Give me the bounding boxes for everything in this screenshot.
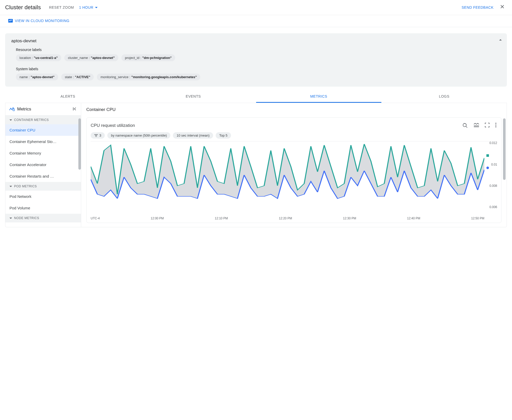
legend-marker-circle (486, 167, 489, 169)
reset-zoom-button[interactable]: RESET ZOOM (49, 5, 74, 9)
chevron-down-icon (95, 7, 98, 8)
collapse-card-button[interactable] (499, 37, 502, 41)
filter-count: 3 (99, 134, 101, 137)
sidebar-scrollbar[interactable] (78, 118, 81, 170)
tab-metrics[interactable]: METRICS (256, 91, 382, 103)
chart-title: CPU request utilization (91, 123, 462, 128)
fullscreen-icon (485, 123, 489, 127)
svg-line-7 (466, 126, 467, 128)
time-range-label: 1 HOUR (79, 5, 93, 9)
chevron-down-icon (9, 119, 12, 121)
resource-labels-title: Resource labels (16, 48, 501, 52)
label-chip: location : "us-central1-a" (16, 54, 61, 61)
group-label: NODE METRICS (14, 216, 39, 220)
send-feedback-button[interactable]: SEND FEEDBACK (462, 5, 494, 9)
tabs: ALERTS EVENTS METRICS LOGS (5, 91, 507, 103)
svg-line-4 (14, 111, 15, 111)
sidebar-group-node[interactable]: NODE METRICS (5, 214, 81, 222)
y-tick: 0.01 (491, 163, 497, 166)
sidebar-item-container-cpu[interactable]: Container CPU (5, 124, 81, 136)
sidebar-item-container-ephemeral[interactable]: Container Ephemeral Sto… (5, 136, 81, 147)
svg-point-11 (495, 125, 496, 126)
label-chip: cluster_name : "aptos-devnet" (64, 54, 118, 61)
legend-icon (474, 123, 479, 127)
group-label: CONTAINER METRICS (14, 118, 49, 122)
line-chart[interactable] (91, 143, 484, 207)
topbar: Cluster details RESET ZOOM 1 HOUR SEND F… (0, 0, 512, 15)
y-tick: 0.012 (489, 141, 497, 145)
system-labels-title: System labels (16, 67, 501, 71)
group-label: POD METRICS (14, 185, 37, 188)
svg-point-10 (495, 123, 496, 124)
metrics-icon (9, 107, 15, 111)
cluster-details-card: aptos-devnet Resource labels location : … (5, 33, 507, 87)
metrics-header: Metrics (5, 103, 81, 116)
groupby-chip[interactable]: by namespace name (50th percentile) (107, 132, 170, 139)
x-tz: UTC-4 (91, 217, 100, 220)
view-in-cloud-monitoring-link[interactable]: VIEW IN CLOUD MONITORING (8, 19, 69, 23)
filter-count-chip[interactable]: 3 (91, 132, 105, 139)
svg-point-3 (13, 109, 15, 111)
tab-alerts[interactable]: ALERTS (5, 91, 131, 103)
fullscreen-button[interactable] (484, 122, 490, 129)
chevron-up-icon (499, 39, 502, 40)
label-chip: name : "aptos-devnet" (16, 74, 58, 80)
legend-marker-square (486, 154, 489, 157)
chevron-down-icon (9, 186, 12, 187)
cluster-name: aptos-devnet (11, 38, 501, 44)
system-labels-row: name : "aptos-devnet" state : "ACTIVE" m… (16, 74, 501, 80)
chart-header: CPU request utilization (91, 122, 497, 129)
more-options-button[interactable] (495, 122, 497, 129)
svg-point-12 (495, 126, 496, 127)
label-chip: state : "ACTIVE" (61, 74, 94, 80)
x-tick: 12:20 PM (279, 217, 292, 220)
sidebar-title: Metrics (17, 107, 70, 112)
collapse-sidebar-button[interactable] (73, 107, 77, 112)
more-vert-icon (495, 122, 497, 128)
chart-toolbar (462, 122, 497, 129)
reset-zoom-icon-button[interactable] (462, 122, 468, 129)
sidebar-item-pod-volume[interactable]: Pod Volume (5, 202, 81, 214)
topn-chip[interactable]: Top 5 (216, 132, 231, 139)
main-scrollbar[interactable] (503, 118, 506, 180)
resource-labels-row: location : "us-central1-a" cluster_name … (16, 54, 501, 61)
tab-logs[interactable]: LOGS (381, 91, 507, 103)
legend-toggle-button[interactable] (473, 122, 480, 129)
x-tick: 12:10 PM (215, 217, 228, 220)
content: Metrics CONTAINER METRICS Container CPU … (5, 103, 507, 227)
sidebar-group-pod[interactable]: POD METRICS (5, 182, 81, 191)
close-button[interactable] (498, 3, 507, 12)
sidebar-item-container-accelerator[interactable]: Container Accelerator (5, 159, 81, 170)
sidebar-item-container-memory[interactable]: Container Memory (5, 147, 81, 159)
x-tick: 12:00 PM (151, 217, 164, 220)
section-title: Container CPU (81, 103, 507, 116)
chart-area: 0.012 0.01 0.008 0.006 (91, 141, 497, 216)
y-tick: 0.006 (489, 205, 497, 209)
sidebar-group-container[interactable]: CONTAINER METRICS (5, 116, 81, 124)
main-panel: Container CPU CPU request utilization (81, 103, 507, 227)
chevron-down-icon (9, 218, 12, 219)
y-tick: 0.008 (489, 184, 497, 188)
label-chip: project_id : "dm-pcfmigration" (121, 54, 175, 61)
x-tick: 12:50 PM (471, 217, 484, 220)
page-title: Cluster details (5, 4, 41, 11)
sidebar-item-container-restarts[interactable]: Container Restarts and … (5, 170, 81, 182)
collapse-left-icon (73, 107, 77, 111)
monitoring-icon (8, 19, 13, 23)
label-chip: monitoring_service : "monitoring.googlea… (97, 74, 200, 80)
chart-card: CPU request utilization (86, 117, 501, 223)
chart-filter-chips: 3 by namespace name (50th percentile) 10… (91, 132, 497, 139)
filter-icon (94, 134, 98, 137)
tab-events[interactable]: EVENTS (131, 91, 256, 103)
interval-chip[interactable]: 10 sec interval (mean) (173, 132, 213, 139)
close-icon (500, 4, 505, 9)
sidebar-item-pod-network[interactable]: Pod Network (5, 191, 81, 202)
view-link-label: VIEW IN CLOUD MONITORING (15, 19, 69, 23)
x-tick: 12:30 PM (343, 217, 356, 220)
x-axis-labels: UTC-4 12:00 PM 12:10 PM 12:20 PM 12:30 P… (91, 216, 497, 220)
x-tick: 12:40 PM (407, 217, 420, 220)
time-range-dropdown[interactable]: 1 HOUR (79, 5, 98, 9)
subbar: VIEW IN CLOUD MONITORING (0, 15, 512, 27)
metrics-sidebar: Metrics CONTAINER METRICS Container CPU … (5, 103, 81, 227)
zoom-reset-icon (462, 122, 468, 128)
